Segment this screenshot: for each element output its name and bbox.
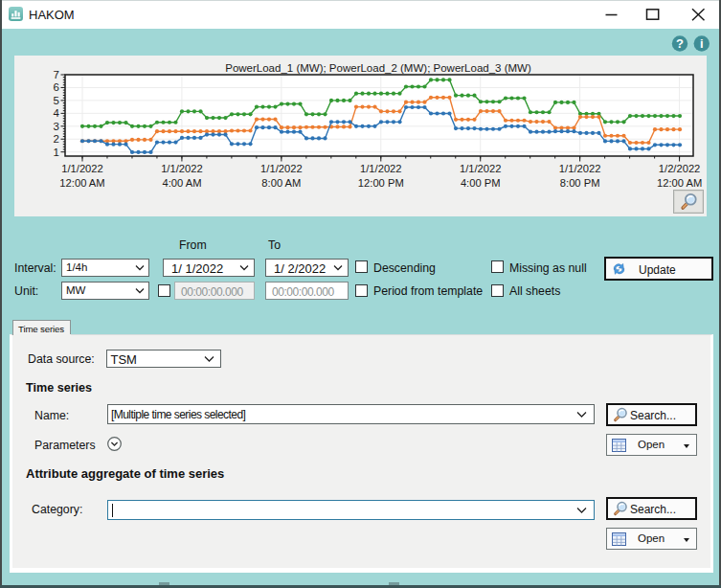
svg-text:1/1/2022: 1/1/2022	[161, 163, 203, 174]
svg-text:4:00 PM: 4:00 PM	[461, 177, 501, 189]
svg-text:4:00 AM: 4:00 AM	[162, 177, 201, 189]
svg-text:?: ?	[676, 36, 684, 51]
svg-text:1/1/2022: 1/1/2022	[559, 163, 601, 174]
svg-text:2: 2	[54, 133, 59, 145]
svg-text:12:00 AM: 12:00 AM	[59, 177, 104, 189]
svg-text:4: 4	[54, 107, 60, 119]
svg-text:1/2/2022: 1/2/2022	[659, 163, 701, 174]
svg-text:1/1/2022: 1/1/2022	[260, 163, 303, 174]
svg-text:12:00 AM: 12:00 AM	[657, 177, 702, 189]
svg-text:8:00 PM: 8:00 PM	[560, 177, 600, 189]
svg-text:1/1/2022: 1/1/2022	[61, 163, 103, 174]
svg-text:5: 5	[54, 95, 59, 106]
svg-text:6: 6	[54, 81, 59, 93]
svg-text:3: 3	[54, 121, 59, 132]
svg-text:12:00 PM: 12:00 PM	[358, 177, 404, 189]
svg-text:PowerLoad_1 (MW); PowerLoad_2: PowerLoad_1 (MW); PowerLoad_2 (MW); Powe…	[225, 62, 531, 74]
svg-text:i: i	[700, 36, 704, 51]
svg-text:1/1/2022: 1/1/2022	[360, 163, 402, 174]
svg-text:7: 7	[54, 69, 59, 80]
svg-text:1/1/2022: 1/1/2022	[460, 163, 502, 174]
svg-text:8:00 AM: 8:00 AM	[261, 177, 301, 189]
svg-text:1: 1	[54, 147, 59, 158]
